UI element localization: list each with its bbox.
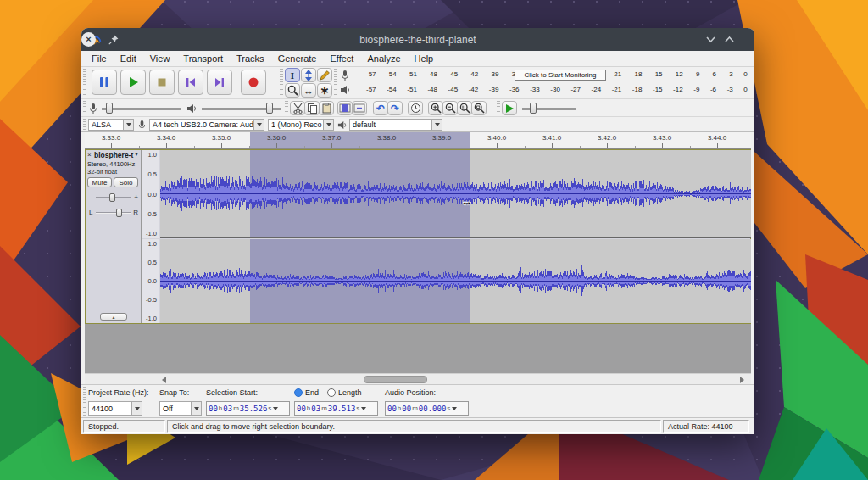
mute-button[interactable]: Mute [87, 177, 112, 187]
copy-button[interactable] [304, 101, 320, 115]
menu-item[interactable]: Help [408, 53, 441, 64]
selection-start-time[interactable]: 00h 03m 35.526s [206, 401, 290, 416]
length-radio[interactable] [327, 388, 336, 397]
maximize-button[interactable] [725, 35, 734, 44]
scroll-left-arrow[interactable] [158, 376, 166, 383]
fit-selection-button[interactable] [457, 101, 472, 115]
zoom-out-button[interactable] [442, 101, 458, 115]
fit-project-button[interactable] [471, 101, 487, 115]
playback-meter-speaker-icon[interactable] [340, 85, 350, 95]
selection-end-time[interactable]: 00h 03m 39.513s [294, 401, 378, 416]
redo-button[interactable]: ↷ [387, 101, 403, 115]
track-title[interactable]: biosphere-t [94, 151, 133, 159]
zoom-tool-button[interactable] [285, 83, 300, 98]
horizontal-scrollbar[interactable] [85, 373, 751, 384]
mixer-toolbar-handle[interactable] [83, 101, 86, 114]
audio-host-select[interactable]: ALSA [88, 119, 134, 131]
trim-audio-button[interactable] [337, 101, 353, 115]
time-format-arrow-icon[interactable] [273, 407, 278, 413]
multi-tool-button[interactable]: ∗ [317, 83, 332, 98]
paste-button[interactable] [319, 101, 334, 115]
skip-to-start-button[interactable] [178, 70, 203, 95]
pause-button[interactable] [92, 70, 117, 95]
skip-to-end-button[interactable] [207, 70, 232, 95]
zoom-in-button[interactable] [428, 101, 443, 115]
track-area-background[interactable] [85, 324, 751, 373]
stop-button[interactable] [149, 70, 175, 95]
play-at-speed-button[interactable] [502, 101, 517, 115]
track-pan-slider[interactable]: L R [87, 208, 140, 218]
project-rate-select[interactable]: 44100 [88, 401, 142, 416]
selection-toolbar-handle[interactable] [83, 387, 86, 416]
slider-thumb[interactable] [116, 209, 122, 217]
meter-scale-number: -33 [530, 86, 540, 93]
playback-device-select[interactable]: default [349, 119, 442, 131]
minimize-button[interactable] [706, 35, 715, 44]
track-menu-arrow-icon[interactable]: ▼ [134, 152, 139, 157]
menu-item[interactable]: Tracks [230, 53, 271, 64]
play-speed-toolbar-handle[interactable] [497, 101, 500, 114]
playback-volume-slider[interactable] [202, 101, 281, 115]
waveform-channel-left[interactable] [160, 150, 751, 238]
vertical-scale-ruler-left[interactable]: 1.00.50.0-0.5-1.0 [142, 150, 159, 238]
scrollbar-thumb[interactable] [364, 376, 427, 383]
selection-tool-button[interactable]: I [285, 68, 300, 82]
undo-button[interactable]: ↶ [373, 101, 388, 115]
recording-meter-mic-icon[interactable] [341, 70, 349, 81]
close-button[interactable]: × [81, 32, 96, 47]
project-rate-value: 44100 [89, 405, 131, 413]
slider-thumb[interactable] [109, 193, 115, 202]
menu-item[interactable]: Transport [176, 53, 230, 64]
draw-tool-button[interactable] [317, 68, 332, 82]
device-toolbar-handle[interactable] [83, 119, 86, 130]
menu-item[interactable]: View [143, 53, 177, 64]
paste-icon [321, 103, 332, 114]
recording-channels-select[interactable]: 1 (Mono) Reco [268, 119, 334, 131]
cut-button[interactable] [290, 101, 305, 115]
meter-scale-number: -9 [693, 86, 699, 93]
record-button[interactable] [241, 70, 266, 95]
vertical-scale-ruler-right[interactable]: 1.00.50.0-0.5-1.0 [142, 239, 159, 323]
audio-position-time[interactable]: 00h 00m 00.000s [385, 401, 469, 416]
device-toolbar: ALSA A4 tech USB2.0 Camera: Audio (h 1 (… [81, 117, 754, 132]
menu-item[interactable]: Effect [324, 53, 361, 64]
playback-meter-scale[interactable]: -57-54-51-48-45-42-39-36-33-30-27-24-21-… [366, 83, 748, 96]
timeline-ruler[interactable]: 3:33.03:34.03:35.03:36.03:37.03:38.03:39… [85, 132, 751, 149]
solo-button[interactable]: Solo [114, 177, 138, 187]
length-radio-label[interactable]: Length [338, 388, 362, 397]
menu-item[interactable]: Edit [114, 53, 143, 64]
waveform-channel-right[interactable] [160, 239, 751, 323]
end-radio[interactable] [294, 388, 303, 397]
slider-thumb[interactable] [106, 103, 113, 114]
slider-thumb[interactable] [530, 103, 537, 114]
meter-toolbar-handle[interactable] [334, 69, 337, 97]
timeline-tick-label: 3:37.0 [322, 134, 341, 142]
sync-lock-button[interactable] [408, 101, 423, 115]
titlebar[interactable]: biosphere-the-third-planet × [81, 28, 754, 51]
menu-item[interactable]: Analyze [360, 53, 407, 64]
envelope-tool-button[interactable] [301, 68, 316, 82]
scroll-right-arrow[interactable] [739, 376, 748, 383]
end-radio-label[interactable]: End [305, 388, 319, 397]
time-format-arrow-icon[interactable] [452, 407, 457, 413]
play-button[interactable] [120, 70, 146, 95]
track-control-panel[interactable]: × biosphere-t ▼ Stereo, 44100Hz 32-bit f… [86, 150, 142, 323]
meter-scale-number: -45 [448, 70, 459, 78]
slider-thumb[interactable] [266, 103, 273, 114]
time-format-arrow-icon[interactable] [361, 407, 366, 413]
time-shift-tool-button[interactable]: ↔ [301, 83, 316, 98]
tools-toolbar-handle[interactable] [280, 69, 283, 97]
menu-item[interactable]: Generate [271, 53, 324, 64]
recording-device-select[interactable]: A4 tech USB2.0 Camera: Audio (h [149, 119, 264, 131]
edit-toolbar-handle[interactable] [285, 101, 288, 114]
track-close-button[interactable]: × [87, 151, 92, 159]
menu-item[interactable]: File [85, 53, 114, 64]
transport-toolbar-handle[interactable] [83, 69, 86, 97]
silence-audio-button[interactable] [352, 101, 367, 115]
recording-volume-slider[interactable] [102, 101, 181, 115]
monitor-button[interactable]: Click to Start Monitoring [515, 70, 606, 81]
play-speed-slider[interactable] [522, 101, 576, 115]
track-gain-slider[interactable]: - + [87, 193, 140, 203]
snap-to-select[interactable]: Off [159, 401, 202, 416]
track-collapse-button[interactable]: ▲ [100, 313, 127, 321]
